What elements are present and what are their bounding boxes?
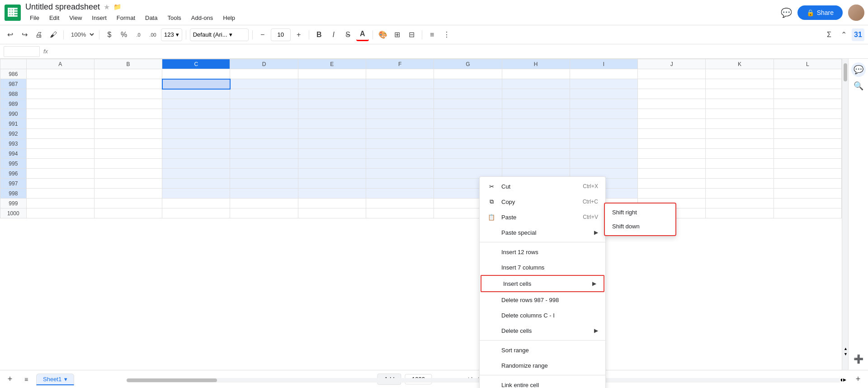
menu-option-insert-cells[interactable]: Insert cells ▶ <box>481 275 604 292</box>
cell-989-C[interactable] <box>162 99 230 109</box>
calendar-button[interactable]: 31 <box>852 28 864 41</box>
cell-992-I[interactable] <box>570 129 637 139</box>
cell-990-C[interactable] <box>162 109 230 119</box>
cell-987-B[interactable] <box>94 79 162 89</box>
cell-992-B[interactable] <box>94 129 162 139</box>
row-header-991[interactable]: 991 <box>0 119 27 129</box>
cell-993-I[interactable] <box>570 139 637 149</box>
strikethrough-button[interactable]: S <box>342 28 354 41</box>
cell-992-D[interactable] <box>230 129 298 139</box>
cell-991-G[interactable] <box>434 119 502 129</box>
cell-990-K[interactable] <box>706 109 774 119</box>
cell-990-J[interactable] <box>638 109 706 119</box>
menu-edit[interactable]: Edit <box>45 13 64 23</box>
row-header-987[interactable]: 987 <box>0 79 27 89</box>
cell-996-L[interactable] <box>774 169 841 179</box>
col-header-c[interactable]: C <box>162 59 230 69</box>
cell-986-C[interactable] <box>162 69 230 79</box>
cell-987-L[interactable] <box>774 79 841 89</box>
menu-addons[interactable]: Add-ons <box>187 13 217 23</box>
cell-999-B[interactable] <box>94 199 162 208</box>
col-header-h[interactable]: H <box>502 59 570 69</box>
cell-988-B[interactable] <box>94 89 162 99</box>
cell-994-K[interactable] <box>706 149 774 159</box>
cell-994-I[interactable] <box>570 149 637 159</box>
cell-993-G[interactable] <box>434 139 502 149</box>
cell-996-A[interactable] <box>26 169 94 179</box>
cell-986-I[interactable] <box>570 69 637 79</box>
cell-992-E[interactable] <box>298 129 366 139</box>
cell-987-F[interactable] <box>366 79 434 89</box>
cell-1000-K[interactable] <box>706 208 774 218</box>
cell-995-K[interactable] <box>706 159 774 169</box>
menu-option-randomize[interactable]: Randomize range <box>480 358 605 373</box>
cell-986-G[interactable] <box>434 69 502 79</box>
cell-994-L[interactable] <box>774 149 841 159</box>
cell-991-H[interactable] <box>502 119 570 129</box>
cell-997-D[interactable] <box>230 179 298 189</box>
cell-998-A[interactable] <box>26 189 94 199</box>
col-header-d[interactable]: D <box>230 59 298 69</box>
cell-995-L[interactable] <box>774 159 841 169</box>
menu-option-delete-cols[interactable]: Delete columns C - I <box>480 308 605 323</box>
row-header-990[interactable]: 990 <box>0 109 27 119</box>
menu-option-delete-rows[interactable]: Delete rows 987 - 998 <box>480 292 605 308</box>
percent-button[interactable]: % <box>118 28 130 41</box>
cell-987-K[interactable] <box>706 79 774 89</box>
scroll-up-arrow[interactable]: ▲ <box>844 346 848 351</box>
cell-993-D[interactable] <box>230 139 298 149</box>
menu-option-paste[interactable]: 📋 Paste Ctrl+V <box>480 209 605 225</box>
row-header-992[interactable]: 992 <box>0 129 27 139</box>
sum-button[interactable]: Σ <box>823 28 835 41</box>
cell-994-E[interactable] <box>298 149 366 159</box>
scroll-right-button[interactable]: ▸ <box>843 376 846 383</box>
cell-986-B[interactable] <box>94 69 162 79</box>
cell-989-B[interactable] <box>94 99 162 109</box>
scroll-thumb-horizontal[interactable] <box>127 379 217 382</box>
text-color-button[interactable]: A <box>356 28 369 41</box>
cell-991-I[interactable] <box>570 119 637 129</box>
add-tab-button[interactable]: + <box>852 373 864 386</box>
cell-992-G[interactable] <box>434 129 502 139</box>
cell-996-J[interactable] <box>638 169 706 179</box>
cell-995-D[interactable] <box>230 159 298 169</box>
cell-989-J[interactable] <box>638 99 706 109</box>
share-button[interactable]: 🔒 Share <box>797 5 843 20</box>
cell-987-C[interactable] <box>162 79 230 89</box>
drive-icon[interactable]: 📁 <box>113 3 121 10</box>
col-header-l[interactable]: L <box>774 59 841 69</box>
cell-1000-D[interactable] <box>230 208 298 218</box>
cell-988-G[interactable] <box>434 89 502 99</box>
cell-995-J[interactable] <box>638 159 706 169</box>
merge-button[interactable]: ⊟ <box>406 28 418 41</box>
chat-icon[interactable]: 💬 <box>781 7 792 18</box>
cell-997-C[interactable] <box>162 179 230 189</box>
cell-986-J[interactable] <box>638 69 706 79</box>
cell-989-F[interactable] <box>366 99 434 109</box>
scroll-thumb-vertical[interactable] <box>844 63 847 81</box>
cell-995-G[interactable] <box>434 159 502 169</box>
submenu-shift-down[interactable]: Shift down <box>605 219 675 233</box>
cell-998-J[interactable] <box>638 189 706 199</box>
cell-990-G[interactable] <box>434 109 502 119</box>
cell-995-B[interactable] <box>94 159 162 169</box>
cell-986-K[interactable] <box>706 69 774 79</box>
cell-996-C[interactable] <box>162 169 230 179</box>
vertical-scrollbar[interactable]: ▲ ▼ <box>842 59 848 370</box>
cell-999-A[interactable] <box>26 199 94 208</box>
cell-999-K[interactable] <box>706 199 774 208</box>
cell-994-J[interactable] <box>638 149 706 159</box>
redo-button[interactable]: ↪ <box>18 28 31 41</box>
cell-990-E[interactable] <box>298 109 366 119</box>
sheet-tab-sheet1[interactable]: Sheet1 ▾ <box>36 374 74 385</box>
cell-989-K[interactable] <box>706 99 774 109</box>
row-header-993[interactable]: 993 <box>0 139 27 149</box>
app-logo[interactable] <box>4 4 22 22</box>
cell-987-A[interactable] <box>26 79 94 89</box>
cell-988-E[interactable] <box>298 89 366 99</box>
cell-987-E[interactable] <box>298 79 366 89</box>
font-size-input[interactable] <box>271 28 291 41</box>
cell-993-C[interactable] <box>162 139 230 149</box>
cell-986-A[interactable] <box>26 69 94 79</box>
cell-986-E[interactable] <box>298 69 366 79</box>
